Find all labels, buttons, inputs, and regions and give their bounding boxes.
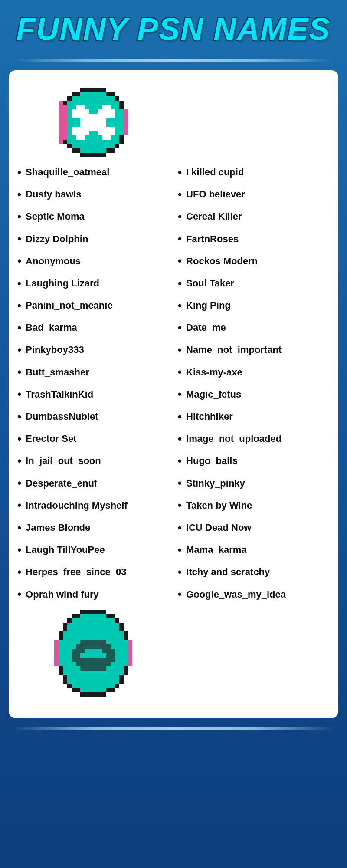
left-name-text: Septic Moma: [26, 211, 85, 222]
left-name-text: Bad_karma: [26, 322, 77, 333]
left-list-item: Shaquille_oatmeal: [17, 161, 169, 184]
left-list-item: Butt_smasher: [17, 361, 169, 383]
right-list-item: Kiss-my-axe: [178, 361, 330, 383]
left-list-item: Panini_not_meanie: [17, 295, 169, 317]
page-header: FUNNY PSN NAMES: [9, 0, 338, 55]
left-list-item: James Blonde: [17, 517, 169, 539]
right-list-item: ICU Dead Now: [178, 517, 330, 539]
main-card: Shaquille_oatmealDusty bawlsSeptic MomaD…: [9, 70, 338, 719]
right-list-item: Hitchhiker: [178, 406, 330, 428]
left-list-item: Laughing Lizard: [17, 273, 169, 295]
left-name-text: Laughing Lizard: [26, 278, 99, 289]
left-name-text: James Blonde: [26, 522, 90, 533]
x-button-canvas: [59, 88, 128, 157]
psn-x-button-icon: [17, 83, 169, 161]
left-name-text: TrashTalkinKid: [26, 389, 93, 400]
right-name-text: Image_not_uploaded: [186, 433, 282, 444]
psn-egg-icon: [17, 605, 169, 701]
left-name-text: Erector Set: [26, 433, 76, 444]
left-list-item: Oprah wind fury: [17, 583, 169, 605]
right-name-text: ICU Dead Now: [186, 522, 251, 533]
left-list-item: Laugh TillYouPee: [17, 539, 169, 561]
right-list-item: King Ping: [178, 295, 330, 317]
right-list-item: FartnRoses: [178, 228, 330, 250]
left-name-text: Anonymous: [26, 256, 81, 267]
left-name-text: Dusty bawls: [26, 189, 81, 200]
left-list-item: Intradouching Myshelf: [17, 494, 169, 516]
right-name-text: Date_me: [186, 322, 226, 333]
top-divider: [13, 59, 334, 62]
left-list-item: Bad_karma: [17, 317, 169, 339]
left-name-text: Panini_not_meanie: [26, 300, 113, 311]
left-list-item: Dusty bawls: [17, 184, 169, 206]
left-list-item: In_jail_out_soon: [17, 450, 169, 472]
right-name-text: Soul Taker: [186, 278, 234, 289]
right-name-text: Stinky_pinky: [186, 478, 245, 489]
right-name-text: I killed cupid: [186, 167, 244, 178]
right-list-item: I killed cupid: [178, 161, 330, 184]
left-list-item: Dizzy Dolphin: [17, 228, 169, 250]
left-name-text: In_jail_out_soon: [26, 455, 101, 467]
right-name-text: Magic_fetus: [186, 389, 241, 400]
left-name-text: Pinkyboy333: [26, 344, 84, 355]
right-list-item: Taken by Wine: [178, 494, 330, 516]
right-list-item: Hugo_balls: [178, 450, 330, 472]
right-name-text: Google_was_my_idea: [186, 589, 286, 600]
right-list-item: Date_me: [178, 317, 330, 339]
page-title: FUNNY PSN NAMES: [9, 13, 338, 46]
right-list-item: Magic_fetus: [178, 383, 330, 405]
right-name-text: Taken by Wine: [186, 500, 252, 511]
left-list-item: DumbassNublet: [17, 406, 169, 428]
right-name-text: Name_not_important: [186, 344, 282, 355]
left-name-text: Desperate_enuf: [26, 478, 97, 489]
right-name-text: FartnRoses: [186, 233, 239, 245]
left-column: Shaquille_oatmealDusty bawlsSeptic MomaD…: [17, 83, 174, 701]
egg-canvas: [54, 610, 132, 697]
right-name-text: Hitchhiker: [186, 411, 233, 422]
right-name-text: Kiss-my-axe: [186, 367, 242, 378]
left-name-text: Oprah wind fury: [26, 589, 99, 600]
right-list-item: UFO believer: [178, 184, 330, 206]
right-name-text: UFO believer: [186, 189, 245, 200]
right-list-item: Google_was_my_idea: [178, 583, 330, 605]
right-list-item: Mama_karma: [178, 539, 330, 561]
right-names-list: I killed cupidUFO believerCereal KillerF…: [178, 161, 330, 606]
left-list-item: Erector Set: [17, 428, 169, 450]
left-name-text: Herpes_free_since_03: [26, 566, 126, 578]
left-list-item: Anonymous: [17, 250, 169, 272]
left-list-item: Septic Moma: [17, 206, 169, 228]
left-name-text: Shaquille_oatmeal: [26, 167, 109, 178]
left-name-text: Intradouching Myshelf: [26, 500, 128, 511]
left-list-item: Herpes_free_since_03: [17, 561, 169, 583]
left-list-item: Desperate_enuf: [17, 472, 169, 494]
right-list-item: Rockos Modern: [178, 250, 330, 272]
right-name-text: Hugo_balls: [186, 455, 238, 467]
left-names-list: Shaquille_oatmealDusty bawlsSeptic MomaD…: [17, 161, 169, 606]
left-name-text: Laugh TillYouPee: [26, 544, 105, 556]
bottom-divider: [13, 727, 334, 730]
left-name-text: DumbassNublet: [26, 411, 98, 422]
card-content: Shaquille_oatmealDusty bawlsSeptic MomaD…: [17, 83, 330, 701]
right-name-text: King Ping: [186, 300, 231, 311]
left-name-text: Butt_smasher: [26, 367, 89, 378]
right-list-item: Cereal Killer: [178, 206, 330, 228]
right-name-text: Itchy and scratchy: [186, 566, 270, 578]
right-name-text: Cereal Killer: [186, 211, 242, 222]
right-column: I killed cupidUFO believerCereal KillerF…: [174, 83, 330, 701]
right-list-item: Soul Taker: [178, 273, 330, 295]
right-name-text: Rockos Modern: [186, 256, 258, 267]
left-list-item: Pinkyboy333: [17, 339, 169, 361]
right-name-text: Mama_karma: [186, 544, 246, 556]
right-list-item: Image_not_uploaded: [178, 428, 330, 450]
right-list-item: Stinky_pinky: [178, 472, 330, 494]
left-list-item: TrashTalkinKid: [17, 383, 169, 405]
left-name-text: Dizzy Dolphin: [26, 233, 88, 245]
right-list-item: Name_not_important: [178, 339, 330, 361]
right-list-item: Itchy and scratchy: [178, 561, 330, 583]
